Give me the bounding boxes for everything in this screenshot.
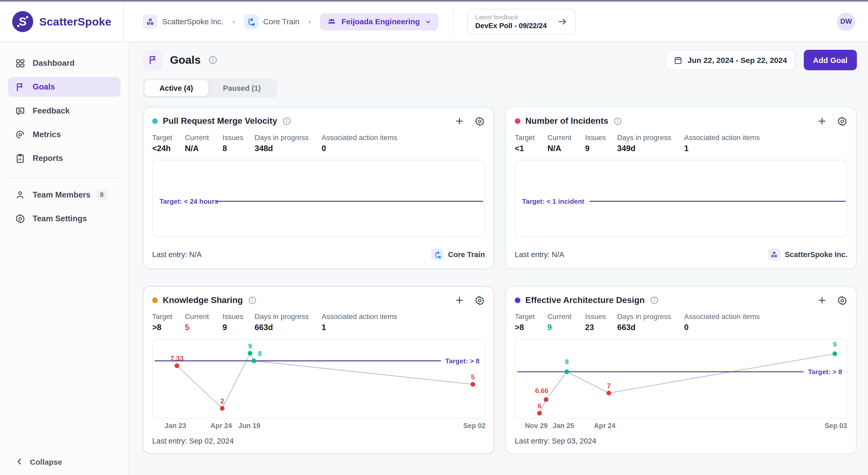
info-icon[interactable] [650, 296, 658, 305]
goal-title: Number of Incidents [525, 116, 608, 126]
stat-action-items: 1 [321, 323, 397, 332]
sidebar-item-team-settings[interactable]: Team Settings [8, 209, 121, 229]
stat-current: 5 [185, 323, 222, 332]
goal-title: Pull Request Merge Velocity [163, 116, 277, 126]
stat-label: Current [548, 133, 585, 143]
stat-days: 348d [255, 144, 322, 152]
sidebar-item-label: Team Members [33, 190, 91, 199]
gear-icon[interactable] [474, 295, 485, 306]
last-entry: Last entry: Sep 03, 2024 [515, 437, 596, 445]
sidebar-item-metrics[interactable]: Metrics [8, 125, 121, 144]
x-axis-tick: Apr 24 [594, 422, 615, 430]
stat-label: Issues [585, 133, 617, 143]
goal-status-dot [152, 118, 158, 124]
stat-label: Associated action items [321, 312, 397, 322]
add-entry-icon[interactable] [454, 115, 465, 127]
org-icon [143, 14, 157, 29]
breadcrumb-org[interactable]: ScatterSpoke Inc. [143, 14, 223, 29]
add-goal-button[interactable]: Add Goal [804, 50, 857, 70]
metrics-icon [14, 129, 26, 140]
tree-icon [244, 14, 258, 29]
breadcrumb-team[interactable]: Core Train [244, 14, 300, 29]
stat-issues: 9 [585, 144, 617, 152]
stat-label: Days in progress [255, 312, 322, 322]
data-point-label: 5 [471, 373, 475, 381]
add-entry-icon[interactable] [454, 295, 465, 306]
sidebar: Dashboard Goals Feedback [0, 42, 129, 475]
stat-label: Current [185, 133, 222, 143]
data-point-label: 7 [607, 382, 611, 389]
flag-icon [14, 81, 26, 92]
info-icon[interactable] [613, 117, 622, 126]
latest-feedback-label: Latest feedback [475, 13, 547, 21]
sidebar-collapse-button[interactable]: Collapse [0, 457, 128, 475]
date-range-picker[interactable]: Jun 22, 2024 - Sep 22, 2024 [665, 50, 796, 70]
gear-icon[interactable] [837, 295, 847, 306]
stat-current: N/A [548, 144, 585, 152]
sidebar-item-reports[interactable]: Reports [8, 148, 121, 168]
stat-current: N/A [185, 144, 222, 152]
gear-icon[interactable] [474, 116, 485, 126]
add-entry-icon[interactable] [816, 115, 828, 127]
stat-days: 663d [617, 323, 684, 332]
add-entry-icon[interactable] [816, 295, 828, 306]
data-point [564, 370, 569, 374]
goal-status-dot [515, 118, 520, 124]
x-axis-tick: Jun 19 [239, 422, 260, 430]
gear-icon[interactable] [837, 116, 847, 126]
tab-paused[interactable]: Paused (1) [208, 80, 276, 96]
sidebar-item-label: Dashboard [33, 59, 74, 67]
calendar-icon [674, 56, 682, 65]
brand-logo-icon: S [12, 11, 33, 32]
stat-action-items: 0 [321, 144, 397, 152]
data-point [537, 411, 542, 415]
latest-feedback-value: DevEx Poll - 09/22/24 [475, 22, 547, 30]
brand-logo[interactable]: S ScatterSpoke [0, 2, 124, 41]
goals-tabs: Active (4) Paused (1) [143, 79, 277, 98]
stat-issues: 23 [585, 323, 617, 332]
goals-grid: Pull Request Merge Velocity [143, 107, 857, 454]
data-point-label: 6 [538, 402, 541, 410]
stat-issues: 9 [222, 323, 254, 332]
feedback-icon [14, 105, 26, 116]
target-label: Target: < 24 hours [159, 198, 218, 205]
goal-chart-svg: Target: > 87.332985 [153, 340, 485, 418]
data-point-label: 2 [220, 397, 224, 405]
stat-target: >8 [152, 323, 185, 332]
reports-icon [14, 152, 26, 164]
sidebar-item-goals[interactable]: Goals [8, 77, 121, 97]
goal-attribution[interactable]: Core Train [431, 248, 485, 261]
latest-feedback-card[interactable]: Latest feedback DevEx Poll - 09/22/24 [467, 8, 576, 35]
data-point [175, 363, 179, 368]
sidebar-item-dashboard[interactable]: Dashboard [8, 53, 121, 73]
data-point [544, 397, 549, 402]
goal-attribution[interactable]: ScatterSpoke Inc. [768, 248, 847, 261]
goal-chart: Target: < 24 hours [152, 160, 485, 237]
sidebar-item-label: Team Settings [33, 214, 87, 223]
x-axis-tick: Sep 02 [463, 422, 486, 430]
stat-label: Days in progress [617, 312, 684, 322]
x-axis-tick: Jan 25 [553, 422, 574, 430]
stat-target: <1 [515, 144, 548, 152]
sidebar-item-label: Goals [33, 82, 55, 91]
tree-icon [431, 248, 443, 261]
data-point-label: 9 [248, 342, 252, 350]
data-point-label: 6.66 [535, 387, 548, 395]
tab-active[interactable]: Active (4) [145, 80, 208, 96]
goal-chart: Target: < 1 incident [515, 160, 847, 237]
user-avatar[interactable]: DW [837, 12, 855, 31]
sidebar-item-feedback[interactable]: Feedback [8, 101, 121, 121]
breadcrumb-subteam-selector[interactable]: Feijoada Engineering [320, 13, 438, 30]
info-icon[interactable] [248, 296, 256, 305]
stat-label: Days in progress [255, 133, 322, 143]
stat-label: Associated action items [321, 133, 397, 143]
data-point [252, 359, 256, 363]
goal-status-dot [152, 298, 158, 303]
info-icon[interactable] [282, 117, 291, 126]
breadcrumb: ScatterSpoke Inc. Core Train [143, 13, 438, 30]
sidebar-item-team-members[interactable]: Team Members 8 [8, 184, 121, 204]
stat-label: Target [515, 133, 548, 143]
last-entry: Last entry: N/A [152, 250, 202, 259]
x-axis-ticks: Jan 23Apr 24Jun 19Sep 02 [152, 420, 485, 432]
info-icon[interactable] [208, 55, 217, 65]
